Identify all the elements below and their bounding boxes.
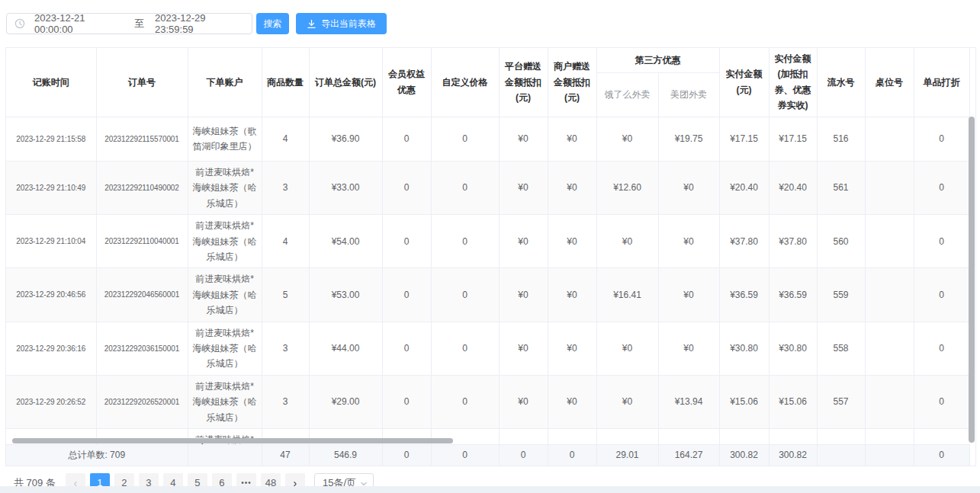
cell: 202312292036150001 (96, 322, 188, 375)
cell: ¥0 (548, 428, 596, 443)
summary-cell: 164.27 (658, 444, 719, 466)
cell: 202312292046560001 (96, 268, 188, 322)
cell: ¥0 (499, 162, 548, 215)
col-header-item-discount: 单品打折 (914, 48, 969, 117)
cell: ¥15.06 (719, 375, 769, 428)
date-start-value[interactable]: 2023-12-21 00:00:00 (34, 12, 124, 35)
export-table-label: 导出当前表格 (321, 18, 376, 30)
col-header-platform-gift-deduct: 平台赠送金额抵扣(元) (499, 48, 548, 117)
toolbar: 2023-12-21 00:00:00 至 2023-12-29 23:59:5… (0, 0, 980, 47)
cell: 0 (382, 162, 431, 215)
cell: ¥0 (499, 268, 548, 322)
cell: ¥36.59 (769, 268, 817, 322)
table-header: 记账时间 订单号 下单账户 商品数量 订单总金额(元) 会员权益优惠 自定义价格… (6, 48, 970, 117)
col-header-quantity: 商品数量 (262, 48, 309, 117)
clock-icon (14, 18, 25, 29)
col-header-member-benefit: 会员权益优惠 (382, 48, 431, 117)
cell: ¥30.80 (769, 322, 817, 375)
cell: ¥37.80 (719, 215, 769, 268)
summary-cell: 0 (499, 444, 548, 466)
cell: 4 (262, 117, 309, 162)
cell: 561 (817, 162, 865, 215)
cell: 202312292110040001 (96, 215, 188, 268)
cell: ¥0 (499, 428, 548, 443)
cell: 2023-12-29 21:10:49 (6, 162, 96, 215)
cell: 3 (262, 162, 309, 215)
cell: ¥0 (548, 162, 596, 215)
cell: ¥13.94 (658, 375, 719, 428)
table-body-viewport: 2023-12-29 21:15:58 202312292115570001 海… (6, 117, 969, 444)
summary-row: 总计单数: 709 47 546.9 0 0 0 0 29.01 164.27 … (6, 444, 970, 466)
cell: ¥0 (596, 428, 658, 443)
cell: ¥17.15 (719, 117, 769, 162)
col-header-order-total: 订单总金额(元) (309, 48, 382, 117)
cell (865, 215, 914, 268)
cell: ¥20.40 (719, 162, 769, 215)
cell: ¥0 (658, 322, 719, 375)
summary-total-label: 总计单数: 709 (6, 444, 188, 466)
cell (865, 428, 914, 443)
cell: ¥0 (658, 162, 719, 215)
summary-cell: 0 (431, 444, 499, 466)
cell: 海峡姐妹茶（歌笛湖印象里店） (188, 117, 262, 162)
cell: ¥0 (596, 375, 658, 428)
cell: 0 (914, 322, 969, 375)
cell: ¥12.60 (596, 162, 658, 215)
cell: 0 (431, 117, 499, 162)
vertical-scrollbar[interactable] (969, 117, 975, 443)
cell (865, 375, 914, 428)
cell: 0 (431, 322, 499, 375)
col-header-paid-amount: 实付金额(元) (719, 48, 769, 117)
date-range-input[interactable]: 2023-12-21 00:00:00 至 2023-12-29 23:59:5… (6, 13, 252, 34)
date-end-value[interactable]: 2023-12-29 23:59:59 (155, 12, 244, 35)
orders-table: 记账时间 订单号 下单账户 商品数量 订单总金额(元) 会员权益优惠 自定义价格… (5, 47, 976, 466)
cell: 3 (262, 375, 309, 428)
date-range-separator: 至 (134, 17, 144, 30)
cell: ¥0 (596, 215, 658, 268)
cell: ¥30.80 (719, 322, 769, 375)
col-header-paid-amount-with-coupons: 实付金额(加抵扣券、优惠券实收) (769, 48, 817, 117)
table-row: 2023-12-29 20:46:56 202312292046560001 前… (6, 268, 969, 322)
table-body: 2023-12-29 21:15:58 202312292115570001 海… (6, 117, 969, 444)
cell: 0 (431, 268, 499, 322)
cell: 202312292026520001 (96, 375, 188, 428)
table-row: 2023-12-29 21:10:04 202312292110040001 前… (6, 215, 969, 268)
cell: 0 (382, 117, 431, 162)
cell: 556 (817, 428, 865, 443)
cell: ¥0 (596, 322, 658, 375)
cell (865, 162, 914, 215)
cell: ¥36.59 (719, 268, 769, 322)
cell: 559 (817, 268, 865, 322)
cell: 前进麦味烘焙*海峡姐妹茶（哈乐城店） (188, 162, 262, 215)
cell: ¥44.00 (309, 322, 382, 375)
summary-cell (865, 444, 914, 466)
col-header-custom-price: 自定义价格 (431, 48, 499, 117)
search-button[interactable]: 搜索 (256, 13, 289, 34)
cell: 557 (817, 375, 865, 428)
table-row: 2023-12-29 21:10:49 202312292110490002 前… (6, 162, 969, 215)
cell: 0 (382, 322, 431, 375)
cell: ¥19.75 (658, 117, 719, 162)
cell: 0 (431, 162, 499, 215)
col-header-eleme-delivery: 饿了么外卖 (596, 72, 658, 117)
cell: 0 (914, 428, 969, 443)
cell: ¥0 (499, 375, 548, 428)
cell: 516 (817, 117, 865, 162)
cell: ¥54.00 (309, 215, 382, 268)
export-table-button[interactable]: 导出当前表格 (296, 13, 387, 34)
cell: 0 (914, 375, 969, 428)
cell: ¥0 (658, 268, 719, 322)
summary-cell: 29.01 (596, 444, 658, 466)
cell: ¥0 (499, 215, 548, 268)
vertical-scrollbar-thumb[interactable] (969, 117, 975, 443)
cell: ¥0 (548, 117, 596, 162)
cell: 558 (817, 322, 865, 375)
cell (865, 268, 914, 322)
download-icon (307, 19, 316, 29)
horizontal-scrollbar-thumb[interactable] (12, 438, 453, 443)
cell: ¥0 (548, 268, 596, 322)
cell: ¥0 (499, 322, 548, 375)
cell (865, 322, 914, 375)
cell: 2023-12-29 20:26:52 (6, 375, 96, 428)
cell: ¥20.40 (769, 162, 817, 215)
